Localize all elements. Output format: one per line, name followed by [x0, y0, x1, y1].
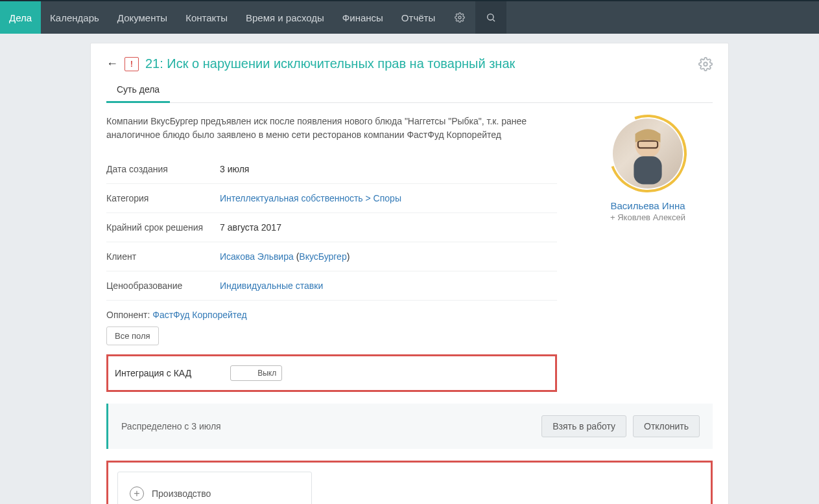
priority-warning-icon: ! — [125, 57, 139, 71]
nav-item-documents[interactable]: Документы — [108, 1, 176, 34]
svg-point-3 — [704, 62, 707, 66]
svg-rect-5 — [634, 156, 661, 184]
label-pricing: Ценообразование — [106, 281, 220, 291]
assignee-panel: Васильева Инна + Яковлев Алексей — [583, 115, 713, 392]
assignee-avatar[interactable] — [613, 119, 683, 189]
nav-item-finance[interactable]: Финансы — [333, 1, 392, 34]
svg-point-1 — [488, 14, 493, 20]
add-production-button[interactable]: + Производство — [117, 472, 312, 504]
production-label: Производство — [152, 488, 211, 499]
value-created-date: 3 июля — [220, 164, 249, 174]
nav-settings[interactable] — [444, 1, 475, 34]
nav-item-contacts[interactable]: Контакты — [176, 1, 237, 34]
label-created-date: Дата создания — [106, 164, 220, 174]
value-category[interactable]: Интеллектуальная собственность > Споры — [220, 193, 401, 203]
nav-item-calendar[interactable]: Календарь — [41, 1, 108, 34]
label-client: Клиент — [106, 251, 220, 262]
back-arrow-icon[interactable]: ← — [106, 57, 118, 71]
client-company-link[interactable]: ВкусБургер — [299, 251, 346, 262]
opponent-link[interactable]: ФастФуд Корпорейтед — [152, 310, 246, 320]
all-fields-button[interactable]: Все поля — [106, 326, 159, 345]
assignee-name-link[interactable]: Васильева Инна — [583, 200, 713, 211]
value-client: Исакова Эльвира (ВкусБургер) — [220, 251, 350, 262]
case-tabs: Суть дела — [106, 78, 713, 103]
production-highlight: + Производство — [106, 461, 713, 504]
value-deadline: 7 августа 2017 — [220, 222, 281, 233]
kad-integration-highlight: Интеграция с КАД Выкл — [106, 354, 557, 392]
case-card: ← ! 21: Иск о нарушении исключительных п… — [90, 43, 729, 504]
label-deadline: Крайний срок решения — [106, 222, 220, 233]
kad-toggle[interactable]: Выкл — [230, 365, 282, 381]
opponent-row: Оппонент: ФастФуд Корпорейтед — [106, 310, 557, 320]
nav-item-reports[interactable]: Отчёты — [392, 1, 444, 34]
nav-search[interactable] — [475, 1, 506, 34]
case-description: Компании ВкусБургер предъявлен иск после… — [106, 115, 557, 142]
status-bar: Распределено с 3 июля Взять в работу Отк… — [106, 404, 713, 449]
plus-circle-icon: + — [130, 487, 144, 501]
svg-line-2 — [493, 19, 495, 21]
main-nav: Дела Календарь Документы Контакты Время … — [0, 1, 819, 34]
value-pricing[interactable]: Индивидуальные ставки — [220, 281, 323, 291]
search-icon — [486, 12, 496, 23]
client-person-link[interactable]: Исакова Эльвира — [220, 251, 294, 262]
gear-icon — [455, 12, 465, 23]
label-category: Категория — [106, 193, 220, 203]
nav-item-time-expenses[interactable]: Время и расходы — [237, 1, 333, 34]
assignee-additional: + Яковлев Алексей — [583, 212, 713, 222]
case-title: 21: Иск о нарушении исключительных прав … — [145, 56, 515, 71]
case-settings-button[interactable] — [698, 57, 713, 71]
status-text: Распределено с 3 июля — [121, 421, 221, 431]
nav-item-cases[interactable]: Дела — [0, 1, 41, 34]
tab-essence[interactable]: Суть дела — [106, 78, 170, 102]
take-work-button[interactable]: Взять в работу — [541, 415, 626, 437]
svg-point-0 — [458, 16, 461, 19]
label-opponent: Оппонент: — [106, 310, 150, 320]
reject-button[interactable]: Отклонить — [633, 415, 700, 437]
kad-integration-label: Интеграция с КАД — [115, 368, 191, 378]
